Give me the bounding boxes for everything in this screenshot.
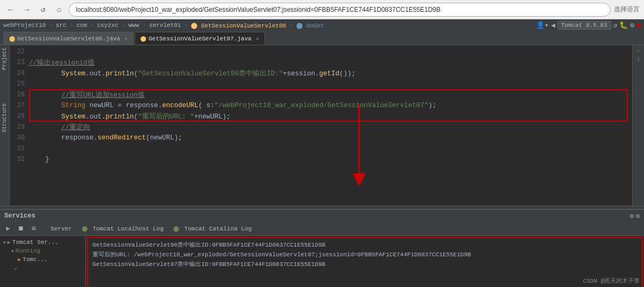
watermark: CSDN @雨天的木子李	[583, 277, 640, 285]
services-icons: ⚙ ⚙	[630, 212, 640, 220]
stop-tool-button[interactable]: ⏹	[15, 223, 27, 235]
checkmark-icon: ✓	[636, 47, 640, 54]
reload-button[interactable]: ↺	[37, 3, 49, 16]
code-line-32: 32 }	[10, 154, 632, 165]
tab-servlet07[interactable]: ⬤ GetSessionValueServlet07.java ✕	[134, 32, 264, 45]
tree-item-extra: ✓	[11, 264, 85, 273]
localhost-log-tab[interactable]: ⬤ Tomcat Localhost Log	[77, 225, 168, 233]
tab-servlet06-icon: ⬤	[9, 36, 15, 42]
right-sidebar: ✓ 1	[632, 45, 644, 206]
structure-label[interactable]: Structure	[2, 103, 8, 132]
log-line-3: GetSessionValueServlet07类中输出ID:0FBB5FAF1…	[92, 260, 638, 269]
settings-icon[interactable]: ⚙	[630, 21, 634, 30]
localhost-log-label: Tomcat Localhost Log	[92, 226, 163, 232]
tab-servlet06[interactable]: ⬤ GetSessionValueServlet06.java ✕	[3, 32, 133, 45]
tab-servlet07-close[interactable]: ✕	[256, 36, 259, 42]
browser-bar: ← → ↺ ⌂ 选择语言	[0, 0, 644, 19]
ide-header-right: 👤▾ ◀ Tomcat 8.5.83 ↺ 🐛 ⚙ ■	[536, 21, 641, 30]
code-line-25: 25	[10, 79, 632, 89]
catalina-log-label: Tomcat Catalina Log	[184, 226, 252, 232]
services-header: Services ⚙ ⚙	[0, 210, 644, 222]
triangle-icon: ▼	[3, 240, 6, 245]
log-line-2: 重写后的URL: /webProject10_war_exploded/GetS…	[92, 250, 638, 260]
breadcrumb-www: www	[128, 22, 139, 29]
breadcrumb-servlet01: servlet01	[149, 22, 181, 29]
catalina-log-tab[interactable]: ⬤ Tomcat Catalina Log	[169, 225, 256, 233]
breadcrumb-src: src	[56, 22, 67, 29]
code-editor: 22 23 //输出sessionid值 24 System.out.print…	[10, 45, 632, 206]
server-tab[interactable]: Server	[46, 225, 76, 233]
code-line-31: 31	[10, 143, 632, 154]
tomcat-label: Tomc...	[23, 256, 47, 263]
left-sidebar: Project Structure	[0, 45, 10, 206]
tomcat-server-icon: ▶	[8, 239, 11, 246]
services-content: ▼ ▶ Tomcat Ser... ▼ Running ▶ Tomc... ✓ …	[0, 236, 644, 287]
user-icon: 👤▾	[536, 21, 549, 30]
breadcrumb-method: ⬤ doGet	[296, 22, 324, 29]
code-line-29: 29 //重定向	[10, 122, 632, 132]
code-line-26: 26 //重写URL追加session值	[10, 89, 632, 100]
services-title: Services	[4, 212, 35, 220]
gear-icon[interactable]: ⚙	[630, 212, 634, 220]
services-tree: ▼ ▶ Tomcat Ser... ▼ Running ▶ Tomc... ✓	[0, 236, 86, 287]
url-bar[interactable]	[69, 3, 611, 17]
breadcrumb-project: webProject10	[3, 22, 46, 29]
back-button[interactable]: ←	[4, 3, 17, 16]
services-panel: Services ⚙ ⚙ ▶ ⏹ ⊞ Server ⬤ Tomcat Local…	[0, 209, 644, 287]
bug-icon[interactable]: 🐛	[619, 21, 628, 30]
code-line-24: 24 System.out.println("GetSessionValueSe…	[10, 68, 632, 79]
grid-button[interactable]: ⊞	[28, 223, 40, 235]
breadcrumb-class: ⬤ GetSessionValueServlet06	[191, 22, 286, 29]
running-label: Running	[16, 248, 40, 254]
arrow-icon: ◀	[551, 21, 555, 30]
top-right-label: 选择语言	[614, 5, 640, 14]
breadcrumb-com: com	[76, 22, 87, 29]
settings2-icon[interactable]: ⚙	[636, 212, 640, 220]
code-line-22: 22	[10, 46, 632, 57]
log-line-1: GetSessionValueServlet06类中输出ID:0FBB5FAF1…	[92, 240, 638, 250]
services-log[interactable]: GetSessionValueServlet06类中输出ID:0FBB5FAF1…	[87, 237, 643, 287]
tab-servlet06-label: GetSessionValueServlet06.java	[17, 36, 120, 42]
running-triangle-icon: ▼	[11, 249, 14, 254]
tab-servlet07-icon: ⬤	[140, 36, 146, 42]
tree-item-tomcat[interactable]: ▶ Tomc...	[0, 255, 85, 264]
tree-item-tomcat-server[interactable]: ▼ ▶ Tomcat Ser...	[0, 238, 85, 247]
server-tab-label: Server	[51, 226, 72, 232]
tree-item-running[interactable]: ▼ Running	[0, 247, 85, 255]
project-label[interactable]: Project	[2, 47, 8, 70]
tab-bar: ⬤ GetSessionValueServlet06.java ✕ ⬤ GetS…	[0, 31, 644, 45]
code-line-27: 27 String newURL = response.encodeURL( s…	[10, 100, 632, 111]
ide-breadcrumb: webProject10 › src › com › cxyzxc › www …	[0, 19, 644, 31]
stop-icon[interactable]: ■	[636, 22, 641, 30]
services-toolbar: ▶ ⏹ ⊞ Server ⬤ Tomcat Localhost Log ⬤ To…	[0, 222, 644, 236]
tomcat-version-button[interactable]: Tomcat 8.5.83	[557, 21, 611, 30]
refresh-icon[interactable]: ↺	[613, 21, 618, 30]
line-indicator: 1	[637, 57, 640, 62]
code-line-30: 30 response.sendRedirect(newURL);	[10, 132, 632, 143]
home-button[interactable]: ⌂	[53, 3, 66, 16]
check-icon: ✓	[14, 265, 18, 272]
localhost-log-icon: ⬤	[82, 226, 88, 232]
tab-servlet07-label: GetSessionValueServlet07.java	[148, 36, 251, 42]
tree-item-label: Tomcat Ser...	[12, 239, 59, 246]
catalina-log-icon: ⬤	[173, 226, 179, 232]
code-line-23: 23 //输出sessionid值	[10, 57, 632, 68]
run-button[interactable]: ▶	[2, 223, 14, 235]
forward-button[interactable]: →	[20, 3, 33, 16]
tomcat-icon: ▶	[18, 256, 21, 263]
tab-servlet06-close[interactable]: ✕	[124, 36, 127, 42]
main-area: Project Structure 22 23 //输出sessionid值 2…	[0, 45, 644, 206]
breadcrumb-cxyzxc: cxyzxc	[97, 22, 119, 29]
code-line-28: 28 System.out.println("重写后的URL: "+newURL…	[10, 111, 632, 122]
